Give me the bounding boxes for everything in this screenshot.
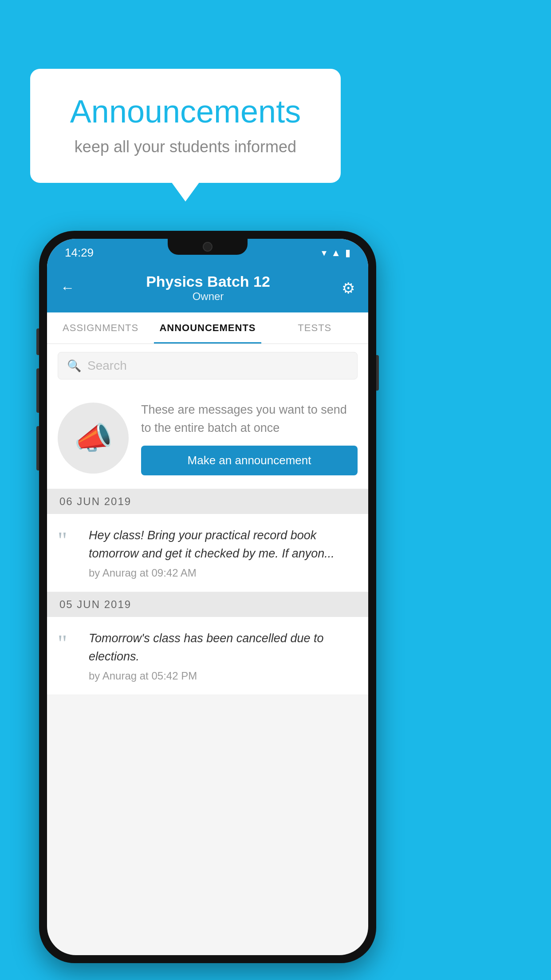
wifi-icon: ▾ bbox=[322, 247, 327, 259]
megaphone-circle: 📣 bbox=[58, 403, 129, 474]
battery-icon: ▮ bbox=[345, 247, 350, 259]
search-icon: 🔍 bbox=[67, 359, 81, 373]
header-subtitle: Owner bbox=[75, 290, 342, 303]
volume-up-button bbox=[36, 328, 39, 355]
speech-bubble-container: Announcements keep all your students inf… bbox=[30, 69, 341, 183]
volume-down-button bbox=[36, 368, 39, 413]
announcement-text-2: Tomorrow's class has been cancelled due … bbox=[89, 629, 358, 665]
phone-frame: 14:29 ▾ ▲ ▮ ← Physics Batch 12 Owner ⚙ bbox=[39, 231, 376, 963]
quote-icon-2: " bbox=[58, 632, 80, 655]
announcement-item-2[interactable]: " Tomorrow's class has been cancelled du… bbox=[47, 617, 368, 695]
announcements-subtitle: keep all your students informed bbox=[52, 138, 319, 156]
app-header: ← Physics Batch 12 Owner ⚙ bbox=[47, 264, 368, 312]
front-camera bbox=[203, 242, 213, 252]
back-button[interactable]: ← bbox=[60, 280, 75, 296]
prompt-right: These are messages you want to send to t… bbox=[141, 401, 358, 475]
tab-announcements[interactable]: ANNOUNCEMENTS bbox=[154, 312, 261, 344]
header-center: Physics Batch 12 Owner bbox=[75, 273, 342, 303]
phone-screen: 14:29 ▾ ▲ ▮ ← Physics Batch 12 Owner ⚙ bbox=[47, 239, 368, 955]
announcement-item-1[interactable]: " Hey class! Bring your practical record… bbox=[47, 514, 368, 592]
tab-assignments[interactable]: ASSIGNMENTS bbox=[47, 312, 154, 344]
search-bar[interactable]: 🔍 Search bbox=[58, 352, 358, 379]
prompt-description: These are messages you want to send to t… bbox=[141, 401, 358, 437]
announcements-title: Announcements bbox=[52, 93, 319, 130]
status-time: 14:29 bbox=[65, 246, 94, 260]
signal-icon: ▲ bbox=[331, 247, 341, 259]
phone-notch bbox=[168, 239, 248, 255]
announcement-meta-1: by Anurag at 09:42 AM bbox=[89, 567, 358, 579]
settings-icon[interactable]: ⚙ bbox=[342, 279, 355, 297]
search-placeholder: Search bbox=[87, 359, 127, 373]
screen-content: 🔍 Search 📣 These are messages you want t… bbox=[47, 344, 368, 955]
date-separator-1: 06 JUN 2019 bbox=[47, 489, 368, 514]
make-announcement-button[interactable]: Make an announcement bbox=[141, 446, 358, 475]
tabs-bar: ASSIGNMENTS ANNOUNCEMENTS TESTS bbox=[47, 312, 368, 344]
date-separator-2: 05 JUN 2019 bbox=[47, 592, 368, 617]
announcement-content-1: Hey class! Bring your practical record b… bbox=[89, 526, 358, 579]
header-title: Physics Batch 12 bbox=[75, 273, 342, 290]
status-icons: ▾ ▲ ▮ bbox=[322, 247, 350, 259]
power-button bbox=[376, 355, 379, 391]
announcement-meta-2: by Anurag at 05:42 PM bbox=[89, 670, 358, 682]
tab-tests[interactable]: TESTS bbox=[261, 312, 368, 344]
announcement-content-2: Tomorrow's class has been cancelled due … bbox=[89, 629, 358, 682]
speech-bubble: Announcements keep all your students inf… bbox=[30, 69, 341, 183]
silent-button bbox=[36, 426, 39, 470]
quote-icon-1: " bbox=[58, 529, 80, 552]
phone-container: 14:29 ▾ ▲ ▮ ← Physics Batch 12 Owner ⚙ bbox=[39, 231, 376, 963]
announcement-prompt: 📣 These are messages you want to send to… bbox=[47, 387, 368, 489]
search-container: 🔍 Search bbox=[47, 344, 368, 387]
announcement-text-1: Hey class! Bring your practical record b… bbox=[89, 526, 358, 562]
megaphone-icon: 📣 bbox=[74, 420, 113, 456]
